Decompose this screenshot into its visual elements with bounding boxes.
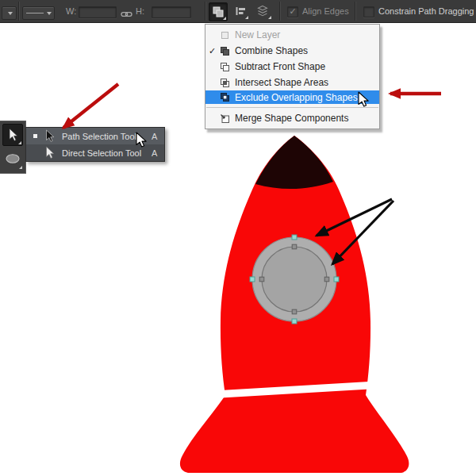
menu-item-combine-shapes[interactable]: ✓ Combine Shapes bbox=[205, 43, 379, 59]
path-alignment-button[interactable] bbox=[232, 2, 249, 20]
anchor-point[interactable] bbox=[334, 277, 339, 282]
flyout-corner-indicator bbox=[18, 141, 21, 144]
outer-anchor-points bbox=[250, 235, 339, 324]
menu-item-intersect-shape-areas[interactable]: Intersect Shape Areas bbox=[205, 75, 379, 90]
menu-item-merge-shape-components[interactable]: Merge Shape Components bbox=[205, 110, 379, 126]
flyout-corner-indicator bbox=[268, 16, 271, 19]
annotation-arrow-red-flyout bbox=[63, 84, 118, 128]
height-label: H: bbox=[136, 0, 144, 22]
menu-item-new-layer[interactable]: New Layer bbox=[205, 27, 379, 43]
anchor-point[interactable] bbox=[292, 244, 297, 249]
combine-shapes-icon bbox=[220, 46, 232, 56]
inner-anchor-points bbox=[259, 244, 329, 314]
merge-shape-components-icon bbox=[220, 113, 232, 124]
annotation-arrow-black bbox=[317, 199, 392, 236]
anchor-point[interactable] bbox=[292, 319, 297, 324]
path-operations-menu: New Layer ✓ Combine Shapes Subtract Fron… bbox=[205, 24, 380, 129]
rocket-stripe bbox=[217, 382, 373, 398]
menu-separator bbox=[206, 107, 378, 108]
path-selection-tool-button[interactable] bbox=[2, 124, 23, 146]
path-operations-button[interactable] bbox=[209, 2, 228, 21]
menu-item-exclude-overlapping-shapes[interactable]: Exclude Overlapping Shapes bbox=[205, 90, 379, 104]
new-layer-icon bbox=[220, 30, 232, 40]
flyout-item-direct-selection-tool[interactable]: Direct Selection Tool A bbox=[26, 144, 164, 161]
width-label: W: bbox=[66, 0, 76, 22]
anchor-point[interactable] bbox=[250, 277, 255, 282]
toolbar-separator bbox=[279, 2, 280, 21]
chevron-down-icon bbox=[8, 12, 13, 15]
path-arrangement-button[interactable] bbox=[253, 2, 272, 20]
checkmark-icon: ✓ bbox=[209, 46, 220, 56]
intersect-shape-areas-icon bbox=[220, 78, 232, 88]
constrain-path-dragging-label: Constrain Path Dragging bbox=[378, 0, 474, 22]
height-input[interactable] bbox=[152, 6, 191, 18]
anchor-point[interactable] bbox=[292, 235, 297, 240]
annotation-arrow-black bbox=[332, 201, 393, 264]
toolbar-separator bbox=[355, 2, 355, 21]
tool-preset-dropdown[interactable] bbox=[2, 6, 17, 20]
width-input[interactable] bbox=[79, 6, 117, 18]
chevron-down-icon bbox=[47, 12, 52, 15]
stroke-preview-line bbox=[26, 13, 44, 13]
black-arrow-cursor-icon bbox=[7, 128, 18, 142]
window-outer-circle[interactable] bbox=[252, 237, 336, 321]
toolbar-separator bbox=[205, 2, 205, 21]
selected-tool-bullet bbox=[33, 134, 44, 138]
ellipse-icon bbox=[5, 153, 21, 164]
flyout-item-path-selection-tool[interactable]: Path Selection Tool A bbox=[26, 128, 164, 144]
path-selection-tool-icon bbox=[44, 129, 62, 143]
exclude-overlapping-shapes-icon bbox=[220, 92, 232, 102]
options-bar: W: H: ✓ Align Edges bbox=[0, 0, 476, 23]
tool-flyout-menu: Path Selection Tool A Direct Selection T… bbox=[25, 127, 165, 162]
window-inner-circle[interactable] bbox=[262, 247, 327, 312]
direct-selection-tool-icon bbox=[44, 146, 62, 159]
constrain-path-dragging-checkbox[interactable] bbox=[363, 6, 374, 17]
flyout-corner-indicator bbox=[223, 17, 226, 20]
flyout-corner-indicator bbox=[245, 16, 248, 19]
toolbox-fragment bbox=[0, 121, 26, 174]
flyout-corner-indicator bbox=[19, 166, 22, 169]
checkmark-icon: ✓ bbox=[289, 6, 296, 16]
anchor-point[interactable] bbox=[292, 309, 297, 314]
toolbar-separator bbox=[18, 2, 19, 21]
rocket-body-shape[interactable] bbox=[180, 136, 409, 473]
anchor-point[interactable] bbox=[259, 277, 264, 282]
stroke-style-dropdown[interactable] bbox=[22, 6, 55, 20]
ellipse-tool-button[interactable] bbox=[2, 148, 23, 170]
align-edges-label: Align Edges bbox=[302, 0, 349, 22]
anchor-point[interactable] bbox=[324, 277, 329, 282]
align-edges-checkbox[interactable]: ✓ bbox=[287, 6, 298, 17]
menu-item-subtract-front-shape[interactable]: Subtract Front Shape bbox=[205, 59, 379, 75]
link-dimensions-icon[interactable] bbox=[121, 7, 132, 21]
subtract-front-shape-icon bbox=[220, 62, 232, 72]
rocket-nose-cone[interactable] bbox=[255, 136, 333, 189]
